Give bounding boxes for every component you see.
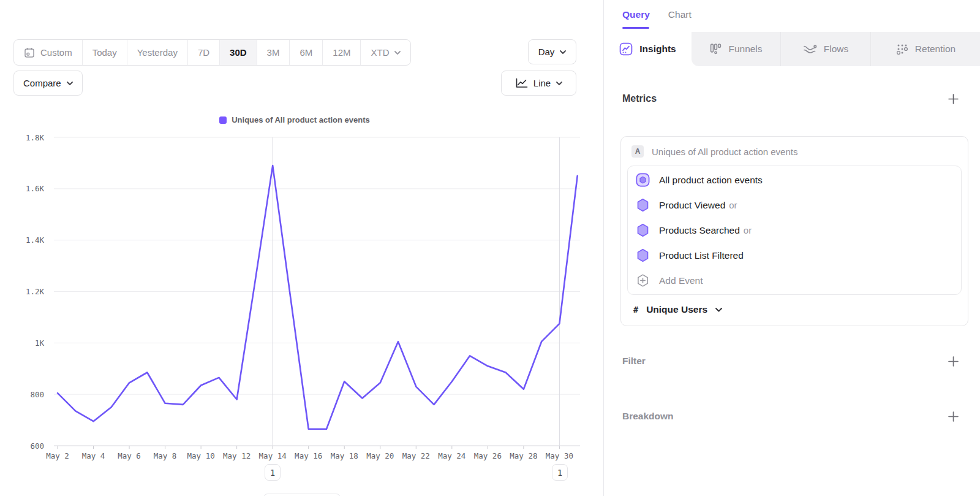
annotation-marker[interactable]: 1 [552,464,568,481]
query-panel: Query Chart Insights [603,0,980,496]
insights-icon [619,42,633,56]
flows-icon [803,44,817,55]
svg-text:May 4: May 4 [82,451,105,460]
breakdown-title: Breakdown [622,411,674,422]
hexagon-plus-icon [636,273,650,288]
range-12m[interactable]: 12M [322,40,360,65]
annotation-marker[interactable]: 1 [265,464,281,481]
add-event-button[interactable]: Add Event [628,268,961,293]
svg-text:May 22: May 22 [402,451,430,460]
report-type-tabs: Insights Funnels [604,32,980,66]
bottom-partial-element [263,494,341,496]
hexagon-event-icon [636,248,650,262]
legend-label: Uniques of All product action events [232,115,370,124]
granularity-dropdown[interactable]: Day [528,39,576,64]
chevron-down-icon [394,51,401,55]
active-tab-underline [622,27,649,29]
event-row[interactable]: Products Searched or [628,218,961,243]
range-xtd[interactable]: XTD [360,40,410,65]
legend-swatch [219,116,227,124]
hexagon-event-icon [636,198,650,212]
insights-report-page: 6008001K1.2K1.4K1.6K1.8KMay 2May 4May 6M… [0,0,980,496]
funnels-icon [709,43,722,55]
svg-text:May 26: May 26 [474,451,502,460]
compare-dropdown[interactable]: Compare [13,71,83,96]
date-range-selector: Custom Today Yesterday 7D 30D 3M 6M 12M … [13,39,411,66]
svg-text:May 28: May 28 [510,451,537,460]
range-yesterday[interactable]: Yesterday [127,40,187,65]
svg-text:800: 800 [30,390,44,399]
svg-text:May 6: May 6 [118,451,141,460]
svg-text:May 10: May 10 [187,451,215,460]
filter-title: Filter [622,356,646,367]
range-today[interactable]: Today [82,40,127,65]
line-chart-icon [515,78,528,88]
range-3m[interactable]: 3M [257,40,290,65]
svg-text:1K: 1K [35,338,45,348]
add-metric-button[interactable] [948,93,959,105]
chevron-down-icon [560,50,566,54]
svg-text:1.2K: 1.2K [26,287,45,296]
event-row[interactable]: Product Viewed or [628,193,961,218]
aggregation-dropdown[interactable]: # Unique Users [621,295,968,326]
events-list: All product action events Product Viewed… [627,166,962,295]
filter-section-header: Filter [622,354,959,368]
metric-card: A Uniques of All product action events A… [620,136,968,326]
range-label: Custom [40,47,72,58]
svg-text:May 2: May 2 [46,451,69,460]
tab-insights[interactable]: Insights [604,32,692,66]
svg-text:1.6K: 1.6K [26,184,45,193]
retention-icon [896,43,908,55]
chevron-down-icon [67,82,73,85]
tab-chart[interactable]: Chart [668,9,692,20]
range-7d[interactable]: 7D [187,40,219,65]
range-custom[interactable]: Custom [14,40,82,65]
all-events-icon [636,173,650,187]
svg-text:1.8K: 1.8K [26,133,45,142]
range-30d[interactable]: 30D [219,40,257,65]
svg-text:1.4K: 1.4K [26,235,45,245]
metric-card-header[interactable]: A Uniques of All product action events [621,137,968,166]
event-row[interactable]: All product action events [628,167,961,193]
svg-text:May 8: May 8 [154,451,177,460]
hexagon-event-icon [636,223,650,237]
add-breakdown-button[interactable] [948,411,959,422]
chart-type-dropdown[interactable]: Line [501,71,576,96]
panel-view-tabs: Query Chart [604,0,980,20]
svg-text:May 30: May 30 [546,451,573,460]
tab-retention[interactable]: Retention [870,32,980,66]
range-6m[interactable]: 6M [289,40,322,65]
svg-text:May 14: May 14 [259,451,287,460]
add-filter-button[interactable] [948,356,959,367]
svg-text:600: 600 [30,441,44,451]
chart-legend: Uniques of All product action events [0,115,589,124]
svg-text:May 20: May 20 [366,451,394,460]
event-row[interactable]: Product List Filtered [628,243,961,268]
tab-query[interactable]: Query [622,9,650,20]
metrics-title: Metrics [622,93,657,104]
metrics-section-header: Metrics [622,92,959,105]
calendar-icon [24,47,35,58]
svg-text:May 18: May 18 [331,451,358,460]
svg-text:May 16: May 16 [295,451,322,460]
breakdown-section-header: Breakdown [622,410,959,423]
metric-letter-badge: A [631,145,644,158]
hash-icon: # [633,305,638,315]
chevron-down-icon [715,308,722,312]
chevron-down-icon [556,82,562,85]
metric-header-label: Uniques of All product action events [652,147,797,157]
svg-text:May 12: May 12 [223,451,251,460]
svg-text:May 24: May 24 [438,451,466,460]
tab-funnels[interactable]: Funnels [692,32,780,66]
tab-flows[interactable]: Flows [780,32,870,66]
